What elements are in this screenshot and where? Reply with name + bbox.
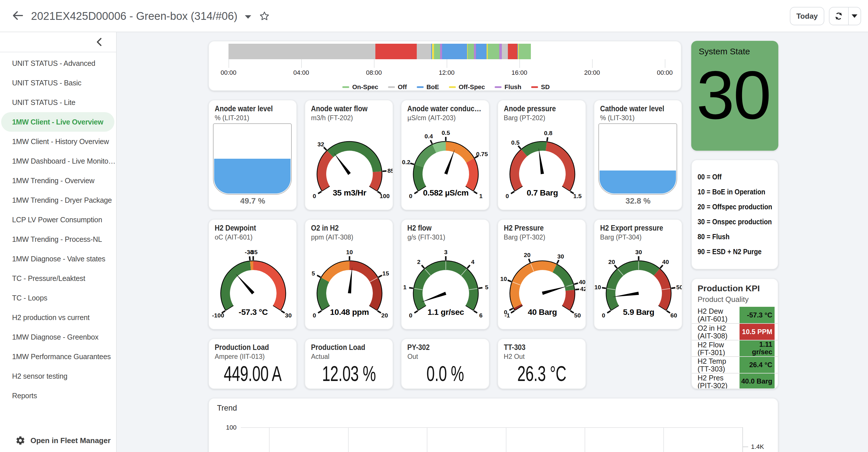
kpi-row: H2 Flow (FT-301) 1.11 gr/sec [692, 340, 778, 356]
gauge-chart: 0328510035 m3/Hr [305, 100, 393, 210]
sidebar-collapse-icon[interactable] [93, 35, 106, 49]
trend-right-axis [742, 427, 743, 452]
sidebar-item[interactable]: 1MW Diagnose - Valve states [0, 249, 116, 269]
sidebar-item[interactable]: 1MW Trending - Overview [0, 171, 116, 190]
timeline-axis-label: 12:00 [434, 69, 459, 77]
refresh-interval-dropdown[interactable] [849, 7, 861, 25]
gauge-band [510, 149, 527, 191]
sidebar-item[interactable]: UNIT STATUS - Advanced [0, 54, 116, 73]
state-code-line: 90 = ESD + N2 Purge [698, 244, 772, 259]
gauge-tick-label: 1 [479, 193, 483, 199]
timeline-segment-sd [375, 44, 417, 59]
sidebar-item[interactable]: 1MW Dashboard - Live Monito… [0, 151, 116, 171]
caret-down-icon [851, 14, 857, 18]
panel-title: Production Load [311, 343, 365, 352]
gauge-band [562, 290, 575, 310]
gauge-tick-label: -100 [212, 312, 224, 319]
sidebar-item[interactable]: 1MW Client - History Overview [0, 132, 116, 151]
gauge-tick-label: 1.5 [573, 193, 582, 199]
gauge-tick [509, 308, 513, 310]
gauge-chart: -1010203040425040 Barg [498, 220, 586, 330]
gauge-tick [378, 311, 381, 313]
gauge-value: 0.7 Barg [527, 188, 558, 197]
timeline-legend-item[interactable]: SD [531, 83, 550, 91]
refresh-button[interactable] [830, 7, 849, 25]
gauge-tick-label: 0.4 [425, 133, 433, 140]
sidebar-item[interactable]: UNIT STATUS - Basic [0, 73, 116, 93]
tank-fill [599, 171, 676, 193]
gauge-value: -57.3 °C [239, 307, 268, 317]
sidebar-item[interactable]: 1MW Diagnose - Greenbox [0, 327, 116, 347]
timeline-legend-item[interactable]: BoE [417, 83, 439, 91]
page-title[interactable]: 2021EX425D00006 - Green-box (314/#06) [31, 10, 238, 23]
title-dropdown-caret-icon[interactable] [245, 15, 251, 19]
gauge-value: 1.1 gr/sec [428, 307, 464, 317]
sidebar-item[interactable]: TC - Pressure/Leaktest [0, 269, 116, 288]
gauge-needle [538, 148, 544, 174]
gauge-tick [431, 140, 432, 144]
state-timeline-bar[interactable] [228, 44, 665, 59]
gauge-tick-label: 0.5 [442, 129, 451, 136]
timeline-gridline [301, 59, 302, 68]
panel-subtitle: % (LIT-201) [215, 114, 249, 122]
gauge-needle [444, 149, 455, 175]
open-fleet-manager[interactable]: Open in Fleet Manager [0, 432, 116, 449]
gauge-tick [574, 283, 578, 284]
legend-dash-icon [531, 86, 538, 88]
sidebar-item[interactable]: H2 production vs current [0, 308, 116, 327]
timeline-legend-item[interactable]: On-Spec [342, 83, 378, 91]
gauge-tick-label: 40 [662, 259, 669, 265]
gauge-tick [671, 288, 675, 289]
gauge-value: 10.48 ppm [330, 307, 369, 317]
timeline-legend-item[interactable]: Off [388, 83, 407, 91]
sidebar-item[interactable]: Reports [0, 386, 116, 405]
gauge-tick [409, 288, 413, 289]
gauge-tick-label: 0.75 [476, 151, 488, 157]
gauge-chart: 0510152010.48 ppm [305, 220, 393, 330]
gauge-tick [529, 259, 530, 263]
sidebar-item[interactable]: 1MW Trending - Process-NL [0, 230, 116, 249]
sidebar-item[interactable]: 1MW Performance Guarantees [0, 347, 116, 366]
kpi-row-label: H2 Dew (AIT-601) [698, 307, 739, 323]
today-button[interactable]: Today [790, 7, 824, 25]
gauge-tick-label: 10 [500, 275, 507, 282]
sidebar-item[interactable]: LCP LV Power Consumption [0, 210, 116, 230]
sidebar-item[interactable]: H2 sensor testing [0, 366, 116, 386]
kpi-row: H2 Dew (AIT-601) -57.3 °C [692, 307, 778, 323]
timeline-segment-on-spec [434, 44, 440, 59]
state-code-legend: 00 = Off 10 = BoE in Operation 20 = Offs… [698, 169, 778, 259]
tt-303-h2-out-panel: TT-303H2 Out26.3 °C [498, 338, 586, 389]
trend-gridline [585, 427, 585, 452]
system-state-value: 30 [696, 54, 770, 137]
panel-subtitle: % (LIT-301) [600, 114, 634, 122]
favorite-star-icon[interactable] [259, 10, 270, 22]
legend-label: SD [541, 83, 550, 91]
gauge-band [327, 142, 382, 172]
gauge-tick-label: 20 [381, 312, 388, 319]
sidebar-item[interactable]: 1MW Client - Live Overview [1, 112, 114, 132]
kpi-row: H2 Pres (PIT-302) 40.0 Barg [692, 373, 778, 389]
timeline-legend-item[interactable]: Off-Spec [449, 83, 485, 91]
gauge-band [552, 264, 574, 291]
legend-dash-icon [342, 86, 349, 88]
gauge-tick [478, 288, 483, 289]
gauge-needle [542, 286, 568, 295]
sidebar-item[interactable]: UNIT STATUS - Lite [0, 93, 116, 112]
legend-dash-icon [495, 86, 501, 88]
gauge-tick [410, 163, 414, 164]
kpi-row-value: 1.11 gr/sec [740, 340, 775, 356]
app-header: 2021EX425D00006 - Green-box (314/#06) To… [0, 0, 868, 32]
gauge-chart: -100-38-3530-57.3 °C [209, 220, 297, 330]
gauge-tick-label: 0.8 [544, 130, 552, 136]
gauge-tick [660, 265, 663, 268]
gauge-tick-label: 10 [346, 249, 353, 255]
refresh-icon [834, 11, 843, 21]
back-arrow-icon[interactable] [11, 9, 25, 23]
sidebar-item[interactable]: 1MW Trending - Dryer Package [0, 190, 116, 210]
timeline-legend-item[interactable]: Flush [495, 83, 521, 91]
gauge-value: 5.9 Barg [623, 307, 654, 317]
legend-label: BoE [427, 83, 439, 91]
gauge-tick-label: 0 [409, 312, 412, 319]
sidebar-item[interactable]: TC - Loops [0, 288, 116, 308]
gauge-chart: 00.20.40.50.7510.582 µS/cm [402, 100, 490, 210]
